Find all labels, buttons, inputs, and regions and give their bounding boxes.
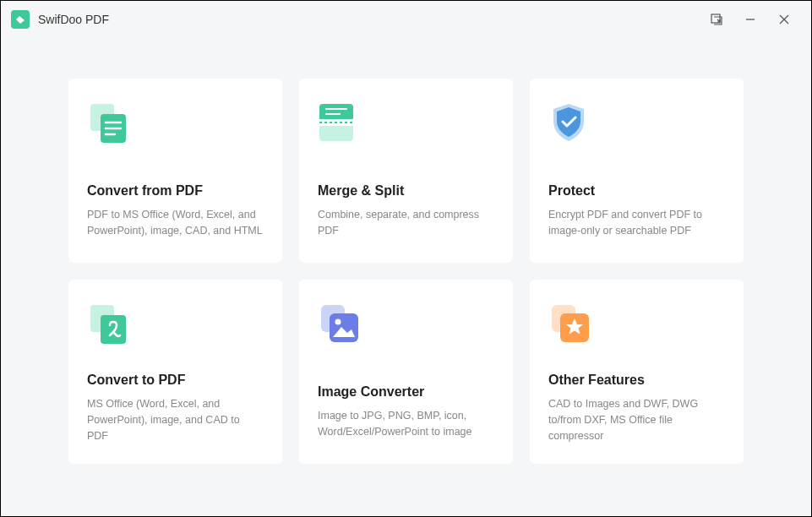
minimize-icon xyxy=(745,14,755,24)
app-window: SwifDoo PDF xyxy=(1,1,811,516)
card-desc: Encrypt PDF and convert PDF to image-onl… xyxy=(548,207,725,239)
titlebar-left: SwifDoo PDF xyxy=(11,10,109,29)
card-other-features[interactable]: Other Features CAD to Images and DWF, DW… xyxy=(530,280,744,464)
svg-rect-15 xyxy=(330,313,358,342)
card-merge-split[interactable]: Merge & Split Combine, separate, and com… xyxy=(299,79,513,263)
card-title: Merge & Split xyxy=(318,183,494,199)
card-image-converter[interactable]: Image Converter Image to JPG, PNG, BMP, … xyxy=(299,280,513,464)
merge-split-icon xyxy=(318,102,494,156)
card-protect[interactable]: Protect Encrypt PDF and convert PDF to i… xyxy=(530,79,744,263)
convert-from-pdf-icon xyxy=(87,102,264,156)
close-button[interactable] xyxy=(767,3,801,36)
close-icon xyxy=(779,14,789,24)
card-convert-to-pdf[interactable]: Convert to PDF MS Office (Word, Excel, a… xyxy=(68,280,282,464)
card-title: Image Converter xyxy=(318,384,494,400)
window-action-button[interactable] xyxy=(700,3,733,36)
card-title: Other Features xyxy=(548,373,725,388)
card-title: Convert to PDF xyxy=(87,373,264,388)
image-converter-icon xyxy=(318,303,494,357)
app-logo-icon xyxy=(11,10,30,29)
svg-point-16 xyxy=(335,319,341,325)
protect-icon xyxy=(548,102,725,156)
card-title: Protect xyxy=(548,183,725,199)
card-title: Convert from PDF xyxy=(87,183,264,199)
card-desc: Combine, separate, and compress PDF xyxy=(318,207,494,239)
card-convert-from-pdf[interactable]: Convert from PDF PDF to MS Office (Word,… xyxy=(68,79,282,263)
card-desc: CAD to Images and DWF, DWG to/from DXF, … xyxy=(548,396,725,444)
app-title: SwifDoo PDF xyxy=(38,13,109,26)
titlebar: SwifDoo PDF xyxy=(1,1,811,38)
other-features-icon xyxy=(548,303,725,346)
titlebar-right xyxy=(700,3,801,36)
minimize-button[interactable] xyxy=(733,3,767,36)
card-desc: PDF to MS Office (Word, Excel, and Power… xyxy=(87,207,264,239)
convert-to-pdf-icon xyxy=(87,303,264,346)
svg-rect-13 xyxy=(101,315,126,344)
feature-grid: Convert from PDF PDF to MS Office (Word,… xyxy=(68,79,744,464)
card-desc: MS Office (Word, Excel, and PowerPoint),… xyxy=(87,396,264,444)
content-area: Convert from PDF PDF to MS Office (Word,… xyxy=(1,38,811,516)
card-desc: Image to JPG, PNG, BMP, icon, Word/Excel… xyxy=(318,408,494,440)
window-action-icon xyxy=(710,13,723,26)
